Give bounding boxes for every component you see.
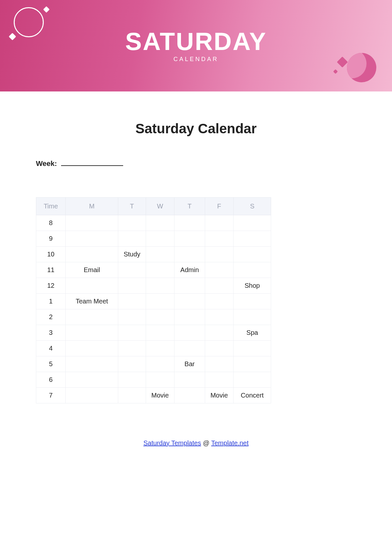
cell-day[interactable] — [234, 341, 271, 356]
cell-day[interactable] — [146, 215, 174, 231]
cell-day[interactable] — [234, 231, 271, 247]
cell-day[interactable] — [118, 356, 146, 372]
cell-day[interactable] — [205, 231, 234, 247]
cell-day[interactable] — [205, 356, 234, 372]
table-row: 7MovieMovieConcert — [36, 388, 271, 403]
cell-time[interactable]: 5 — [36, 356, 66, 372]
cell-day[interactable] — [118, 294, 146, 309]
cell-day[interactable] — [174, 372, 205, 388]
cell-day[interactable] — [205, 325, 234, 341]
cell-day[interactable] — [118, 341, 146, 356]
cell-day[interactable] — [146, 341, 174, 356]
table-row: 6 — [36, 372, 271, 388]
cell-day[interactable] — [66, 325, 118, 341]
cell-day[interactable] — [234, 294, 271, 309]
cell-day[interactable] — [205, 309, 234, 325]
cell-day[interactable] — [66, 231, 118, 247]
cell-day[interactable] — [118, 325, 146, 341]
cell-day[interactable] — [234, 215, 271, 231]
cell-day[interactable] — [174, 341, 205, 356]
cell-day[interactable] — [118, 309, 146, 325]
cell-day[interactable] — [146, 372, 174, 388]
cell-day[interactable] — [205, 262, 234, 278]
cell-day[interactable] — [174, 294, 205, 309]
cell-day[interactable] — [118, 372, 146, 388]
table-header-row: Time M T W T F S — [36, 198, 271, 215]
week-input-line[interactable] — [61, 165, 123, 166]
banner: SATURDAY CALENDAR — [0, 0, 392, 91]
cell-day[interactable] — [234, 262, 271, 278]
cell-day[interactable] — [66, 388, 118, 403]
cell-day[interactable] — [205, 215, 234, 231]
cell-day[interactable] — [205, 294, 234, 309]
sparkle-icon — [337, 57, 348, 68]
cell-day[interactable] — [234, 356, 271, 372]
cell-day[interactable]: Study — [118, 247, 146, 262]
cell-day[interactable] — [118, 262, 146, 278]
cell-day[interactable] — [205, 278, 234, 294]
cell-day[interactable] — [66, 278, 118, 294]
footer-link-templates[interactable]: Saturday Templates — [143, 439, 201, 447]
cell-day[interactable] — [118, 215, 146, 231]
cell-day[interactable] — [234, 309, 271, 325]
cell-time[interactable]: 11 — [36, 262, 66, 278]
cell-day[interactable]: Movie — [146, 388, 174, 403]
cell-day[interactable]: Concert — [234, 388, 271, 403]
cell-day[interactable]: Bar — [174, 356, 205, 372]
cell-day[interactable] — [205, 341, 234, 356]
cell-day[interactable] — [66, 247, 118, 262]
cell-day[interactable] — [66, 356, 118, 372]
cell-time[interactable]: 6 — [36, 372, 66, 388]
cell-time[interactable]: 1 — [36, 294, 66, 309]
cell-day[interactable] — [146, 325, 174, 341]
cell-day[interactable] — [174, 388, 205, 403]
cell-time[interactable]: 4 — [36, 341, 66, 356]
cell-day[interactable] — [234, 372, 271, 388]
cell-time[interactable]: 2 — [36, 309, 66, 325]
sparkle-icon — [43, 6, 50, 13]
cell-day[interactable] — [118, 278, 146, 294]
cell-day[interactable]: Spa — [234, 325, 271, 341]
cell-time[interactable]: 3 — [36, 325, 66, 341]
cell-day[interactable] — [174, 309, 205, 325]
cell-day[interactable]: Email — [66, 262, 118, 278]
cell-day[interactable] — [66, 215, 118, 231]
banner-subtitle: CALENDAR — [173, 56, 219, 63]
cell-time[interactable]: 8 — [36, 215, 66, 231]
cell-day[interactable] — [205, 247, 234, 262]
cell-day[interactable] — [174, 231, 205, 247]
cell-day[interactable] — [118, 388, 146, 403]
footer-link-site[interactable]: Template.net — [211, 439, 249, 447]
cell-day[interactable] — [66, 341, 118, 356]
cell-day[interactable] — [174, 278, 205, 294]
cell-day[interactable] — [146, 294, 174, 309]
cell-day[interactable] — [174, 325, 205, 341]
cell-day[interactable]: Shop — [234, 278, 271, 294]
cell-day[interactable] — [146, 231, 174, 247]
cell-time[interactable]: 7 — [36, 388, 66, 403]
cell-day[interactable] — [174, 215, 205, 231]
cell-day[interactable]: Admin — [174, 262, 205, 278]
cell-day[interactable] — [118, 231, 146, 247]
cell-day[interactable] — [146, 262, 174, 278]
cell-day[interactable] — [146, 356, 174, 372]
cell-day[interactable]: Movie — [205, 388, 234, 403]
cell-time[interactable]: 10 — [36, 247, 66, 262]
col-sat: S — [234, 198, 271, 215]
table-row: 10Study — [36, 247, 271, 262]
cell-day[interactable] — [146, 278, 174, 294]
cell-day[interactable]: Team Meet — [66, 294, 118, 309]
cell-day[interactable] — [66, 309, 118, 325]
cell-day[interactable] — [205, 372, 234, 388]
cell-day[interactable] — [66, 372, 118, 388]
footer-separator: @ — [201, 439, 211, 447]
cell-day[interactable] — [146, 247, 174, 262]
cell-time[interactable]: 9 — [36, 231, 66, 247]
cell-time[interactable]: 12 — [36, 278, 66, 294]
cell-day[interactable] — [146, 309, 174, 325]
page-title: Saturday Calendar — [36, 121, 356, 137]
cell-day[interactable] — [234, 247, 271, 262]
table-row: 2 — [36, 309, 271, 325]
col-wed: W — [146, 198, 174, 215]
cell-day[interactable] — [174, 247, 205, 262]
